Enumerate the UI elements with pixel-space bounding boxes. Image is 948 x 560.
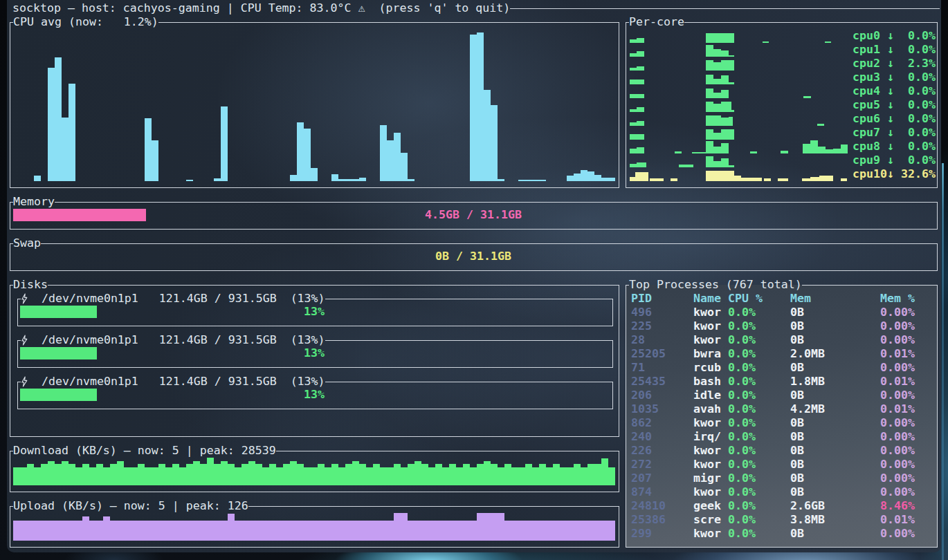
process-mem: 0B	[790, 306, 804, 319]
spark-bar	[311, 467, 318, 485]
spark-bar	[491, 464, 498, 485]
spark-bar	[338, 467, 345, 485]
core-row-cpu10: cpu10↓ 32.6%	[626, 167, 937, 181]
process-name: avah	[693, 402, 721, 416]
spark-bar	[186, 521, 193, 541]
process-memp: 0.00%	[880, 485, 915, 499]
core-spark-bar	[706, 141, 713, 153]
process-row: 206idle0.0%0B0.00%	[626, 389, 937, 402]
core-spark-bar	[734, 176, 741, 181]
panel-border-top: /dev/nvme0n1p1 121.4GB / 931.5GB (13%)	[17, 292, 613, 306]
spark-bar	[546, 521, 553, 541]
spark-bar	[221, 106, 228, 181]
core-label-cpu2: cpu2 ↓ 2.3%	[853, 57, 936, 71]
process-memp: 0.00%	[880, 444, 915, 458]
process-memp: 0.00%	[880, 389, 915, 402]
spark-bar	[601, 178, 608, 181]
panel-border-top: Upload (KB/s) — now: 5 | peak: 126	[10, 499, 619, 513]
process-pid: 25386	[631, 513, 666, 527]
spark-bar	[380, 467, 387, 485]
process-mem: 0B	[790, 472, 804, 485]
process-mem: 0B	[790, 389, 804, 402]
core-spark-bar	[650, 178, 664, 181]
process-column-header: Name	[693, 292, 721, 306]
process-mem: 3.8MB	[790, 513, 825, 527]
spark-bar	[511, 521, 518, 541]
spark-bar	[158, 521, 165, 541]
spark-bar	[69, 84, 75, 181]
process-cpu: 0.0%	[728, 485, 756, 499]
process-cpu: 0.0%	[728, 389, 756, 402]
core-row-cpu4: cpu4 ↓ 0.0%	[626, 84, 937, 98]
process-pid: 28	[631, 333, 645, 347]
core-spark-bar	[741, 178, 762, 181]
spark-bar	[345, 521, 352, 541]
spark-bar	[477, 32, 484, 181]
panel-border-top: Memory	[10, 195, 938, 209]
process-memp: 0.01%	[880, 375, 915, 389]
process-row: 225kwor0.0%0B0.00%	[626, 319, 937, 333]
process-name: kwor	[693, 458, 721, 472]
spark-bar	[158, 464, 165, 485]
spark-bar	[200, 521, 207, 541]
spark-bar	[560, 467, 567, 485]
process-table-rows: 496kwor0.0%0B0.00%225kwor0.0%0B0.00%28kw…	[626, 306, 937, 541]
process-pid: 206	[631, 389, 652, 402]
spark-bar	[532, 467, 539, 485]
spark-bar	[338, 521, 345, 541]
disk-list: /dev/nvme0n1p1 121.4GB / 931.5GB (13%)13…	[10, 285, 619, 436]
process-cpu: 0.0%	[728, 416, 756, 430]
spark-bar	[442, 467, 449, 485]
terminal-window[interactable]: socktop — host: cachyos-gaming | CPU Tem…	[7, 0, 941, 552]
flash-icon	[21, 335, 28, 346]
spark-bar	[117, 461, 124, 485]
spark-bar	[525, 464, 532, 485]
spark-bar	[518, 521, 525, 541]
core-spark-bar	[630, 80, 644, 84]
spark-bar	[470, 521, 477, 541]
process-row: 25205bwra0.0%2.0MB0.01%	[626, 347, 937, 361]
process-pid: 24810	[631, 499, 666, 513]
spark-bar	[359, 464, 366, 485]
border-segment	[802, 285, 938, 286]
spark-bar	[539, 180, 546, 181]
process-pid: 272	[631, 458, 652, 472]
spark-bar	[145, 521, 152, 541]
panel-border-top: Download (KB/s) — now: 5 | peak: 28539	[10, 444, 619, 458]
core-spark-bar	[637, 121, 644, 126]
process-table-header: PIDNameCPU %MemMem %	[626, 292, 937, 306]
spark-bar	[262, 521, 269, 541]
spark-bar	[255, 521, 262, 541]
spark-bar	[179, 467, 186, 485]
core-spark-bar	[810, 177, 819, 181]
process-memp: 0.01%	[880, 347, 915, 361]
disk-title: /dev/nvme0n1p1 121.4GB / 931.5GB (13%)	[28, 333, 325, 347]
core-spark-bar	[706, 115, 721, 126]
spark-bar	[69, 521, 75, 541]
spark-bar	[608, 521, 615, 541]
spark-bar	[587, 171, 594, 181]
process-column-header: Mem	[790, 292, 811, 306]
process-cpu: 0.0%	[728, 499, 756, 513]
core-spark-bar	[637, 51, 644, 57]
process-pid: 25205	[631, 347, 666, 361]
spark-bar	[560, 521, 567, 541]
spark-bar	[470, 467, 477, 485]
spark-bar	[456, 521, 463, 541]
spark-bar	[82, 516, 89, 541]
process-name: kwor	[693, 485, 721, 499]
spark-bar	[276, 521, 283, 541]
process-column-header: PID	[631, 292, 652, 306]
top-processes-panel: Top Processes (767 total) PIDNameCPU %Me…	[626, 285, 938, 548]
process-pid: 874	[631, 485, 652, 499]
per-core-panel: Per-core cpu0 ↓ 0.0%cpu1 ↓ 0.0%cpu2 ↓ 2.…	[626, 22, 938, 188]
spark-bar	[297, 122, 304, 181]
core-spark-bar	[810, 140, 818, 153]
process-cpu: 0.0%	[728, 361, 756, 375]
spark-bar	[553, 521, 560, 541]
core-row-cpu3: cpu3 ↓ 0.0%	[626, 71, 937, 84]
spark-bar	[408, 464, 414, 485]
spark-bar	[200, 464, 207, 485]
spark-bar	[359, 178, 366, 181]
spark-bar	[214, 464, 221, 485]
